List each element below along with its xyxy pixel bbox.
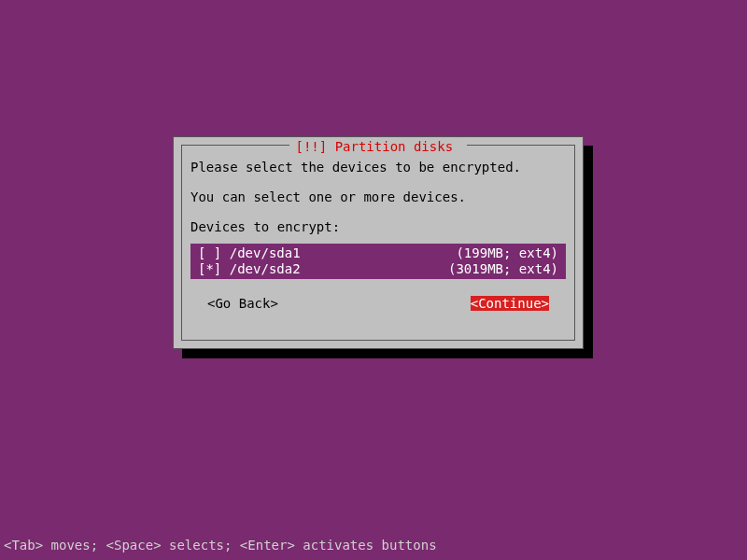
device-info: (199MB; ext4): [456, 245, 558, 261]
device-checkbox: [ ]: [198, 245, 221, 260]
footer-help-text: <Tab> moves; <Space> selects; <Enter> ac…: [4, 538, 437, 553]
device-list: [ ] /dev/sda1 (199MB; ext4) [*] /dev/sda…: [190, 244, 566, 279]
instruction-line-2: You can select one or more devices.: [190, 189, 566, 204]
device-checkbox: [*]: [198, 261, 221, 276]
instruction-line-1: Please select the devices to be encrypte…: [190, 160, 566, 175]
title-text: Partition disks: [335, 139, 453, 154]
device-info: (3019MB; ext4): [448, 261, 558, 277]
device-path: /dev/sda2: [230, 261, 301, 276]
dialog-title-wrap: [!!] Partition disks: [174, 139, 583, 154]
continue-button[interactable]: <Continue>: [471, 296, 549, 311]
device-left: [*] /dev/sda2: [198, 261, 301, 277]
go-back-button[interactable]: <Go Back>: [207, 296, 278, 311]
device-row-sda2[interactable]: [*] /dev/sda2 (3019MB; ext4): [190, 261, 566, 277]
dialog-content: Please select the devices to be encrypte…: [190, 160, 566, 311]
dialog-title: [!!] Partition disks: [289, 139, 466, 154]
device-row-sda1[interactable]: [ ] /dev/sda1 (199MB; ext4): [190, 245, 566, 261]
devices-label: Devices to encrypt:: [190, 219, 566, 234]
partition-dialog: [!!] Partition disks Please select the d…: [173, 136, 584, 349]
title-alert-prefix: [!!]: [295, 139, 334, 154]
device-path: /dev/sda1: [230, 245, 301, 260]
button-row: <Go Back> <Continue>: [190, 296, 566, 311]
device-left: [ ] /dev/sda1: [198, 245, 301, 261]
